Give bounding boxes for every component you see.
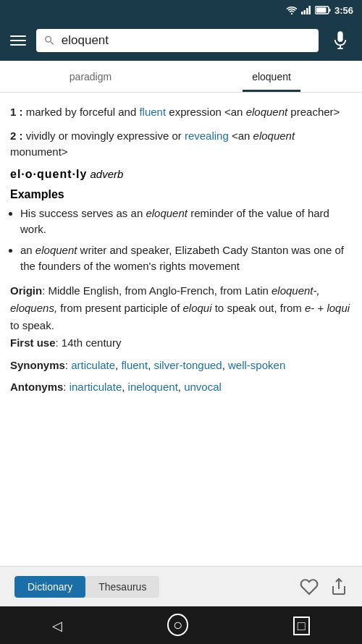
antonym-ineloquent[interactable]: ineloquent [128, 381, 178, 393]
link-fluent[interactable]: fluent [139, 106, 166, 118]
dict-thesaurus-toggle: Dictionary Thesaurus [14, 576, 159, 598]
share-button[interactable] [330, 577, 348, 596]
antonym-inarticulate[interactable]: inarticulate [70, 381, 122, 393]
status-icons: 3:56 [286, 5, 353, 16]
svg-rect-7 [316, 8, 326, 13]
svg-rect-3 [306, 8, 308, 14]
recent-apps-button[interactable]: □ [279, 611, 324, 640]
examples-list: His success serves as an eloquent remind… [10, 206, 352, 275]
search-bar [0, 20, 362, 61]
examples-title: Examples [10, 188, 352, 201]
heart-icon [300, 577, 319, 596]
svg-rect-6 [329, 9, 330, 12]
mic-icon [332, 30, 348, 51]
definition-1: 1 : marked by forceful and fluent expres… [10, 104, 352, 121]
search-input[interactable] [62, 33, 311, 48]
examples-section: Examples His success serves as an eloque… [10, 188, 352, 275]
wifi-icon [286, 6, 298, 14]
search-input-wrapper [36, 29, 319, 52]
dictionary-toggle-button[interactable]: Dictionary [14, 576, 85, 598]
recent-apps-icon: □ [293, 617, 310, 635]
synonyms-block: Synonyms: articulate, fluent, silver-ton… [10, 357, 352, 374]
tab-eloquent[interactable]: eloquent [181, 61, 362, 92]
search-icon [43, 34, 56, 47]
synonym-silver-tongued[interactable]: silver-tongued [153, 359, 222, 371]
tab-paradigm[interactable]: paradigm [0, 61, 181, 92]
back-button[interactable]: ◁ [38, 611, 77, 640]
favorite-button[interactable] [300, 577, 319, 596]
link-revealing[interactable]: revealing [185, 130, 229, 142]
origin-block: Origin: Middle English, from Anglo-Frenc… [10, 282, 352, 352]
example-1: His success serves as an eloquent remind… [20, 206, 352, 238]
svg-point-0 [291, 13, 292, 14]
hamburger-line-3 [10, 44, 26, 46]
synonym-articulate[interactable]: articulate [71, 359, 115, 371]
hamburger-line-2 [10, 40, 26, 41]
mic-button[interactable] [326, 26, 355, 55]
battery-icon [315, 6, 331, 14]
nav-bar: ◁ ○ □ [0, 606, 362, 644]
hamburger-line-1 [10, 35, 26, 37]
content-area[interactable]: 1 : marked by forceful and fluent expres… [0, 93, 362, 566]
definition-2: 2 : vividly or movingly expressive or re… [10, 128, 352, 161]
svg-rect-1 [301, 12, 303, 14]
share-icon [330, 577, 348, 596]
signal-icon [301, 6, 311, 14]
svg-rect-2 [303, 10, 306, 14]
antonym-unvocal[interactable]: unvocal [184, 381, 222, 393]
back-icon: ◁ [52, 619, 62, 633]
tab-bar: paradigm eloquent [0, 61, 362, 93]
example-2: an eloquent writer and speaker, Elizabet… [20, 242, 352, 275]
thesaurus-toggle-button[interactable]: Thesaurus [85, 576, 159, 598]
antonyms-block: Antonyms: inarticulate, ineloquent, unvo… [10, 379, 352, 396]
synonym-fluent[interactable]: fluent [121, 359, 148, 371]
bottom-bar: Dictionary Thesaurus [0, 566, 362, 606]
synonym-well-spoken[interactable]: well-spoken [228, 359, 285, 371]
word-form: el·o·quent·ly adverb [10, 168, 352, 181]
svg-rect-8 [337, 31, 342, 42]
hamburger-button[interactable] [7, 33, 29, 48]
time-display: 3:56 [334, 5, 353, 16]
home-icon: ○ [167, 614, 188, 636]
svg-rect-4 [308, 6, 311, 14]
bottom-actions [300, 577, 348, 596]
home-button[interactable]: ○ [153, 610, 203, 640]
status-bar: 3:56 [0, 0, 362, 20]
